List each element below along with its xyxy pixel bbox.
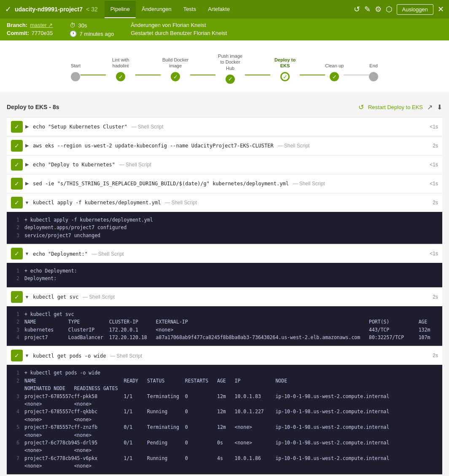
duration-icon: ⏱ xyxy=(70,22,75,29)
step-end-circle[interactable] xyxy=(369,72,378,81)
toggle-4[interactable]: ▶ xyxy=(23,181,31,186)
cmd-4: sed -ie "s/THIS_STRING_IS_REPLACED_DURIN… xyxy=(33,181,289,187)
step-check-1: ✓ xyxy=(11,121,23,133)
step-start-circle[interactable] xyxy=(71,72,80,81)
edit-icon[interactable]: ✎ xyxy=(364,5,371,14)
step-text-1: echo "Setup Kubernetes Cluster" — Shell … xyxy=(33,123,425,130)
toggle-5[interactable]: ▼ xyxy=(23,200,31,205)
restart-icon: ↺ xyxy=(358,103,364,111)
step-row-get-svc: ✓ ▼ kubectl get svc — Shell Script 2s xyxy=(7,287,442,306)
duration-7: 2s xyxy=(428,294,438,300)
commit-value: 7770e35 xyxy=(32,30,53,36)
subheader-meta: Branch: master ↗ Commit: 7770e35 xyxy=(7,22,53,36)
deploy-actions: ↺ Restart Deploy to EKS ↗ ⬇ xyxy=(358,103,442,111)
share-icon[interactable]: ⬡ xyxy=(386,5,393,14)
cmd-2: aws eks --region us-west-2 update-kubeco… xyxy=(33,143,274,149)
toggle-3[interactable]: ▶ xyxy=(23,162,31,167)
duration-1: <1s xyxy=(425,124,438,130)
cmd-1: echo "Setup Kubernetes Cluster" xyxy=(33,124,127,130)
step-row-setup: ✓ ▶ echo "Setup Kubernetes Cluster" — Sh… xyxy=(7,117,442,136)
output-8: 1+ kubectl get pods -o wide 2NAME READY … xyxy=(7,365,442,474)
step-cleanup-circle[interactable]: ✓ xyxy=(330,72,339,81)
main-header: ✓ udacity-nd9991-project7 < 32 Pipeline … xyxy=(0,0,449,19)
toggle-8[interactable]: ▼ xyxy=(23,353,31,358)
header-icons: ↺ ✎ ⚙ ⬡ Ausloggen ✕ xyxy=(354,4,444,15)
nav-pipeline[interactable]: Pipeline xyxy=(105,1,136,18)
toggle-2[interactable]: ▶ xyxy=(23,143,31,148)
gear-icon[interactable]: ⚙ xyxy=(375,5,382,14)
header-branch-num: < 32 xyxy=(86,6,98,13)
duration-6: <1s xyxy=(425,251,438,257)
step-text-6: echo "Deployment:" — Shell Script xyxy=(33,251,425,257)
cmd-8: kubectl get pods -o wide xyxy=(33,353,106,359)
step-row-sed: ✓ ▶ sed -ie "s/THIS_STRING_IS_REPLACED_D… xyxy=(7,174,442,193)
step-cleanup: Clean up ✓ xyxy=(325,55,344,81)
step-check-4: ✓ xyxy=(11,178,23,190)
connector-5 xyxy=(300,75,325,75)
download-icon[interactable]: ⬇ xyxy=(437,103,442,111)
type-7: — Shell Script xyxy=(83,294,115,300)
duration-5: 2s xyxy=(428,200,438,206)
type-5: — Shell Script xyxy=(165,200,197,206)
step-check-2: ✓ xyxy=(11,140,23,152)
step-end-label: End xyxy=(369,55,378,69)
step-end: End xyxy=(369,55,378,81)
nav-artefakte[interactable]: Artefakte xyxy=(202,1,236,18)
close-icon[interactable]: ✕ xyxy=(438,5,444,14)
deploy-title: Deploy to EKS - 8s xyxy=(7,104,59,110)
step-build-circle[interactable]: ✓ xyxy=(171,72,180,81)
subheader: Branch: master ↗ Commit: 7770e35 ⏱ 30s 🕐… xyxy=(0,19,449,40)
cmd-6: echo "Deployment:" xyxy=(33,251,88,257)
check-icon: ✓ xyxy=(5,5,11,14)
connector-4 xyxy=(245,75,270,75)
step-text-8: kubectl get pods -o wide — Shell Script xyxy=(33,353,428,359)
branch-label: Branch: xyxy=(7,22,27,28)
toggle-6[interactable]: ▼ xyxy=(23,251,31,256)
step-text-2: aws eks --region us-west-2 update-kubeco… xyxy=(33,142,428,149)
nav-aenderungen[interactable]: Änderungen xyxy=(136,1,177,18)
header-title: udacity-nd9991-project7 xyxy=(15,6,83,13)
branch-value[interactable]: master ↗ xyxy=(30,22,53,28)
deploy-section: Deploy to EKS - 8s ↺ Restart Deploy to E… xyxy=(7,101,442,476)
step-text-7: kubectl get svc — Shell Script xyxy=(33,294,428,300)
duration-3: <1s xyxy=(425,162,438,168)
type-8: — Shell Script xyxy=(110,353,142,359)
step-start-label: Start xyxy=(71,55,81,69)
step-push-circle[interactable]: ✓ xyxy=(226,75,235,84)
type-1: — Shell Script xyxy=(132,124,164,130)
pipeline-area: Start Lint with hadolint ✓ Build Docker … xyxy=(0,40,449,92)
deploy-header: Deploy to EKS - 8s ↺ Restart Deploy to E… xyxy=(7,101,442,114)
refresh-icon[interactable]: ↺ xyxy=(354,5,360,14)
time-value: 7 minutes ago xyxy=(79,31,114,37)
connector-3 xyxy=(190,75,215,75)
time-icon: 🕐 xyxy=(70,30,77,37)
logout-button[interactable]: Ausloggen xyxy=(397,4,433,15)
type-4: — Shell Script xyxy=(293,181,325,187)
restart-button[interactable]: Restart Deploy to EKS xyxy=(368,104,423,110)
step-lint-circle[interactable]: ✓ xyxy=(116,72,125,81)
toggle-1[interactable]: ▶ xyxy=(23,124,31,129)
step-check-8: ✓ xyxy=(11,350,23,361)
step-cleanup-label: Clean up xyxy=(325,55,344,69)
step-build-label: Build Docker image xyxy=(161,55,190,69)
cmd-3: echo "Deploy to Kubernetes" xyxy=(33,162,115,168)
subheader-user: Änderungen von Florian Kneist Gestartet … xyxy=(131,22,227,36)
connector-1 xyxy=(81,75,106,75)
external-link-icon[interactable]: ↗ xyxy=(427,103,433,111)
subheader-timing: ⏱ 30s 🕐 7 minutes ago xyxy=(70,22,114,37)
step-deploy-circle[interactable]: ✓ xyxy=(280,72,290,81)
step-deploy-label: Deploy to EKS xyxy=(270,55,300,69)
step-check-7: ✓ xyxy=(11,291,23,303)
duration-4: <1s xyxy=(425,181,438,187)
step-check-3: ✓ xyxy=(11,159,23,171)
step-row-echo-deploy: ✓ ▼ echo "Deployment:" — Shell Script <1… xyxy=(7,244,442,263)
step-row-kubectl-apply: ✓ ▼ kubectl apply -f kubernetes/deployme… xyxy=(7,193,442,212)
step-push-label: Push image to Docker Hub xyxy=(215,53,245,71)
connector-6 xyxy=(344,75,369,75)
nav-tests[interactable]: Tests xyxy=(177,1,202,18)
duration-value: 30s xyxy=(78,22,87,29)
type-2: — Shell Script xyxy=(277,143,309,149)
cmd-5: kubectl apply -f kubernetes/deployment.y… xyxy=(33,200,161,206)
step-row-deploy-k8s: ✓ ▶ echo "Deploy to Kubernetes" — Shell … xyxy=(7,155,442,174)
toggle-7[interactable]: ▼ xyxy=(23,294,31,300)
